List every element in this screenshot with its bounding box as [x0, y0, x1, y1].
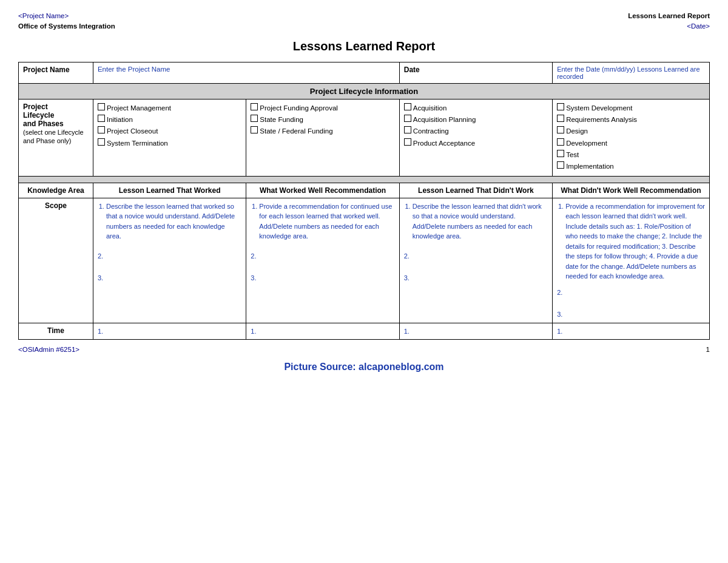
cb-contracting[interactable] [404, 126, 411, 133]
lifecycle-contracting[interactable]: Contracting [404, 126, 548, 137]
project-name-header: <Project Name> [18, 11, 115, 21]
lifecycle-acq-planning[interactable]: Acquisition Planning [404, 114, 548, 125]
spacer-cell [19, 176, 710, 183]
scope-col3-item3: 3. [251, 273, 394, 283]
cb-closeout-label: Project Closeout [107, 126, 158, 137]
footer-left: <OSIAdmin #6251> [18, 346, 79, 353]
cb-acquisition[interactable] [404, 103, 411, 110]
cb-design[interactable] [557, 126, 564, 133]
scope-col5[interactable]: Provide a recommendation for improvement… [553, 198, 710, 323]
scope-col4-item3: 3. [404, 273, 548, 283]
lifecycle-header-row: Project Lifecycle Information [19, 83, 710, 99]
report-title-header: Lessons Learned Report [628, 11, 710, 21]
lifecycle-pm[interactable]: Project Management [98, 103, 241, 113]
cb-acq-planning[interactable] [404, 115, 411, 122]
cb-federal-funding[interactable] [251, 126, 258, 133]
lifecycle-federal-funding[interactable]: State / Federal Funding [251, 126, 394, 137]
lifecycle-implementation[interactable]: Implementation [557, 161, 705, 172]
date-value[interactable]: Enter the Date (mm/dd/yy) Lessons Learne… [553, 62, 710, 83]
project-name-label: Project Name [19, 62, 93, 83]
scope-col3-item2: 2. [251, 251, 394, 261]
cb-termination[interactable] [98, 138, 105, 146]
scope-col5-item3: 3. [557, 309, 705, 320]
scope-col3-item1: Provide a recommendation for continued u… [259, 201, 394, 241]
cb-development-label: Development [566, 138, 607, 149]
scope-col2-item1: Describe the lesson learned that worked … [106, 201, 241, 241]
cb-sys-dev[interactable] [557, 103, 564, 110]
lifecycle-termination[interactable]: System Termination [98, 138, 241, 149]
col-header-didnt-work-well: What Didn't Work Well Recommendation [553, 183, 710, 198]
document-header: <Project Name> Office of Systems Integra… [18, 11, 710, 32]
scope-col2-item3: 3. [98, 273, 241, 283]
time-col4[interactable]: 1. [399, 323, 552, 340]
cb-req-analysis-label: Requirements Analysis [566, 114, 637, 125]
date-label: Date [399, 62, 552, 83]
project-name-value[interactable]: Enter the Project Name [93, 62, 399, 83]
cb-funding-approval-label: Project Funding Approval [260, 103, 338, 113]
spacer-row [19, 176, 710, 183]
lifecycle-funding-approval[interactable]: Project Funding Approval [251, 103, 394, 113]
cb-development[interactable] [557, 138, 564, 146]
org-name-header: Office of Systems Integration [18, 21, 115, 32]
footer-right: 1 [706, 346, 710, 353]
lifecycle-content-row: Project Lifecycle and Phases (select one… [19, 99, 710, 176]
time-col2[interactable]: 1. [93, 323, 246, 340]
cb-initiation[interactable] [98, 115, 105, 122]
cb-implementation[interactable] [557, 161, 564, 169]
cb-pm-label: Project Management [107, 103, 171, 113]
time-col3[interactable]: 1. [246, 323, 399, 340]
col-header-didnt-work: Lesson Learned That Didn't Work [399, 183, 552, 198]
lifecycle-product-acceptance[interactable]: Product Acceptance [404, 138, 548, 149]
lifecycle-state-funding[interactable]: State Funding [251, 114, 394, 125]
cb-implementation-label: Implementation [566, 161, 614, 172]
lifecycle-col3: Acquisition Acquisition Planning Contrac… [399, 99, 552, 176]
col-header-worked: Lesson Learned That Worked [93, 183, 246, 198]
scope-col4[interactable]: Describe the lesson learned that didn't … [399, 198, 552, 323]
main-table: Project Name Enter the Project Name Date… [18, 62, 710, 340]
cb-test-label: Test [566, 149, 579, 160]
cb-req-analysis[interactable] [557, 115, 564, 122]
scope-col2-item2: 2. [98, 251, 241, 261]
scope-col4-item1: Describe the lesson learned that didn't … [413, 201, 548, 241]
cb-product-acceptance[interactable] [404, 138, 411, 146]
time-row: Time 1. 1. 1. 1. [19, 323, 710, 340]
lifecycle-initiation[interactable]: Initiation [98, 114, 241, 125]
lifecycle-closeout[interactable]: Project Closeout [98, 126, 241, 137]
header-left: <Project Name> Office of Systems Integra… [18, 11, 115, 32]
col-header-worked-well: What Worked Well Recommendation [246, 183, 399, 198]
cb-termination-label: System Termination [107, 138, 168, 149]
scope-label: Scope [19, 198, 93, 323]
scope-row: Scope Describe the lesson learned that w… [19, 198, 710, 323]
lifecycle-col2: Project Funding Approval State Funding S… [246, 99, 399, 176]
scope-col3[interactable]: Provide a recommendation for continued u… [246, 198, 399, 323]
cb-acq-planning-label: Acquisition Planning [413, 114, 476, 125]
time-label: Time [19, 323, 93, 340]
cb-closeout[interactable] [98, 126, 105, 133]
scope-col5-item2: 2. [557, 288, 705, 298]
cb-funding-approval[interactable] [251, 103, 258, 110]
lifecycle-label: Project Lifecycle and Phases (select one… [19, 99, 93, 176]
date-header: <Date> [628, 21, 710, 32]
lifecycle-label-line2: Lifecycle [23, 111, 54, 120]
lifecycle-req-analysis[interactable]: Requirements Analysis [557, 114, 705, 125]
cb-test[interactable] [557, 150, 564, 157]
cb-acquisition-label: Acquisition [413, 103, 447, 113]
lifecycle-test[interactable]: Test [557, 149, 705, 160]
lifecycle-sys-dev[interactable]: System Development [557, 103, 705, 113]
scope-col2[interactable]: Describe the lesson learned that worked … [93, 198, 246, 323]
scope-col4-item2: 2. [404, 251, 548, 261]
cb-pm[interactable] [98, 103, 105, 110]
document-footer: <OSIAdmin #6251> 1 [18, 346, 710, 353]
cb-state-funding[interactable] [251, 115, 258, 122]
lifecycle-label-line1: Project [23, 103, 48, 111]
lifecycle-col4: System Development Requirements Analysis… [553, 99, 710, 176]
lifecycle-development[interactable]: Development [557, 138, 705, 149]
lifecycle-design[interactable]: Design [557, 126, 705, 137]
report-title: Lessons Learned Report [18, 39, 710, 53]
cb-sys-dev-label: System Development [566, 103, 632, 113]
lifecycle-acquisition[interactable]: Acquisition [404, 103, 548, 113]
cb-federal-funding-label: State / Federal Funding [260, 126, 332, 137]
cb-product-acceptance-label: Product Acceptance [413, 138, 475, 149]
scope-col5-item1: Provide a recommendation for improvement… [565, 201, 705, 282]
time-col5[interactable]: 1. [553, 323, 710, 340]
